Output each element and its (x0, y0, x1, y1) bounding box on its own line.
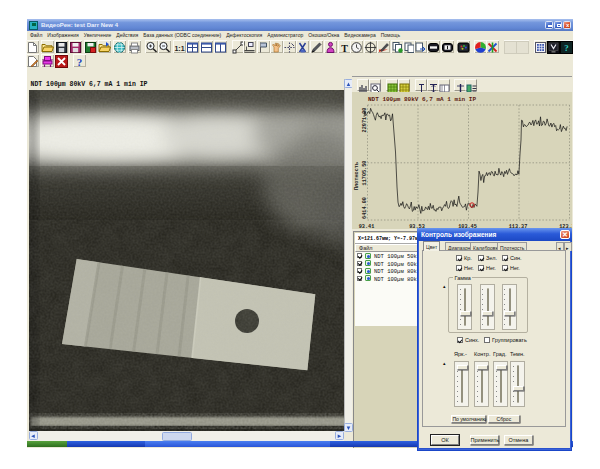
svg-text:Плотность: Плотность (354, 162, 360, 190)
svg-text:1:1: 1:1 (174, 45, 184, 52)
svg-text:NDT 100µm 80kV 6,7 mA 1 min IP: NDT 100µm 80kV 6,7 mA 1 min IP (368, 96, 476, 103)
svg-text:6414.00: 6414.00 (362, 197, 368, 219)
svg-text:22971.00: 22971.00 (362, 108, 368, 133)
svg-text:T: T (341, 43, 348, 54)
svg-text:93.41: 93.41 (359, 224, 375, 230)
svg-text:?: ? (564, 43, 569, 53)
svg-text:?: ? (77, 56, 83, 68)
svg-text:11705.50: 11705.50 (362, 161, 368, 186)
